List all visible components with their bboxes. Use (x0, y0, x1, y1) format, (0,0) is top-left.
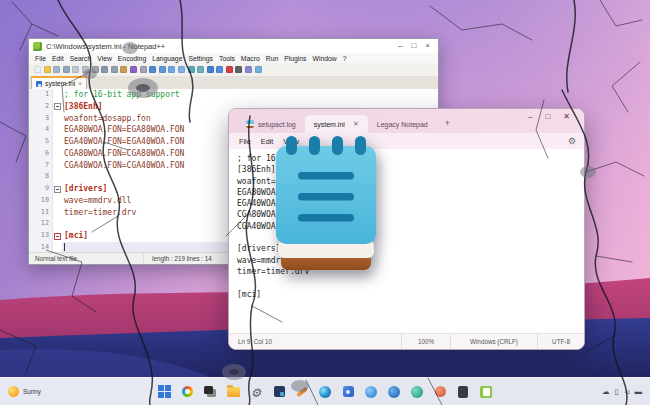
code-line[interactable]: 1 ; for 16-bit app support (29, 89, 438, 101)
search-button[interactable] (178, 380, 197, 404)
fold-marker-icon[interactable] (53, 101, 62, 113)
npp-tab-close-icon[interactable]: × (78, 80, 82, 87)
npp-menu-item[interactable]: Settings (188, 55, 213, 62)
copy-icon[interactable] (111, 66, 118, 73)
npp-titlebar[interactable]: C:\Windows\system.ini - Notepad++ – □ × (29, 39, 438, 53)
npp-tab-system-ini[interactable]: system.ini × (31, 76, 87, 89)
close-icon[interactable] (72, 66, 79, 73)
weather-label: Sunny (23, 388, 41, 395)
run-icon[interactable] (245, 66, 252, 73)
npp-menu-item[interactable]: Encoding (118, 55, 146, 62)
npp-doc-type: Normal text file (29, 253, 144, 264)
app-icon-red[interactable] (431, 380, 450, 404)
photos-icon[interactable] (339, 380, 358, 404)
save-icon[interactable] (53, 66, 60, 73)
notepad-plus-plus-taskbar-icon[interactable] (477, 380, 496, 404)
paste-icon[interactable] (120, 66, 127, 73)
start-button[interactable] (155, 380, 174, 404)
fold-marker-icon[interactable] (53, 195, 62, 207)
file-explorer-icon[interactable] (224, 380, 243, 404)
fold-marker-icon[interactable] (53, 207, 62, 219)
edge-icon[interactable] (316, 380, 335, 404)
npp-menu-item[interactable]: Language (152, 55, 182, 62)
settings-gear-icon[interactable]: ⚙ (568, 136, 576, 146)
cut-icon[interactable] (101, 66, 108, 73)
app-icon-dark[interactable] (454, 380, 473, 404)
paint-tool-icon[interactable] (293, 380, 312, 404)
fold-marker-icon[interactable] (53, 242, 62, 252)
tab-label: Legacy Notepad (377, 121, 428, 128)
undo-icon[interactable] (130, 66, 137, 73)
doc-map-icon[interactable] (188, 66, 195, 73)
npp-menu-item[interactable]: Tools (219, 55, 235, 62)
npp-menu-item[interactable]: View (97, 55, 112, 62)
replace-icon[interactable] (159, 66, 166, 73)
print-icon[interactable] (92, 66, 99, 73)
show-symbols-icon[interactable] (216, 66, 223, 73)
browser-app-icon-2[interactable] (385, 380, 404, 404)
new-tab-button[interactable]: + (437, 118, 458, 128)
fold-marker-icon[interactable] (53, 183, 62, 195)
notepad-menu-item[interactable]: Edit (261, 137, 274, 146)
notepad-minimize-button[interactable]: – (528, 112, 532, 121)
notepad-close-button[interactable]: ✕ (563, 112, 570, 121)
tab-label: setupact.log (258, 121, 296, 128)
notepad-maximize-button[interactable]: □ (545, 112, 550, 121)
line-number: 1 (29, 89, 53, 101)
zoom-in-icon[interactable] (168, 66, 175, 73)
notepad-tab-legacy-notepad[interactable]: Legacy Notepad (368, 115, 437, 133)
npp-maximize-button[interactable]: □ (411, 40, 416, 52)
npp-menu-item[interactable]: Window (313, 55, 337, 62)
new-file-icon[interactable] (34, 66, 41, 73)
browser-app-icon-3[interactable] (408, 380, 427, 404)
open-file-icon[interactable] (44, 66, 51, 73)
fold-marker-icon[interactable] (53, 160, 62, 172)
fold-marker-icon[interactable] (53, 218, 62, 230)
weather-widget[interactable]: Sunny (8, 378, 41, 405)
macro-record-icon[interactable] (226, 66, 233, 73)
fold-marker-icon[interactable] (53, 171, 62, 183)
onedrive-icon[interactable]: ☁ (602, 387, 610, 397)
zoom-out-icon[interactable] (178, 66, 185, 73)
fold-marker-icon[interactable] (53, 136, 62, 148)
device-icon[interactable]: ▯ (615, 387, 619, 397)
doc-list-icon[interactable] (197, 66, 204, 73)
fold-marker-icon[interactable] (53, 124, 62, 136)
line-number: 13 (29, 230, 53, 242)
fold-marker-icon[interactable] (53, 113, 62, 125)
word-wrap-icon[interactable] (207, 66, 214, 73)
fold-marker-icon[interactable] (53, 89, 62, 101)
fold-marker-icon[interactable] (53, 230, 62, 242)
redo-icon[interactable] (140, 66, 147, 73)
npp-menu-item[interactable]: Edit (52, 55, 64, 62)
find-icon[interactable] (149, 66, 156, 73)
npp-menu-item[interactable]: Run (266, 55, 278, 62)
encoding[interactable]: UTF-8 (537, 334, 584, 349)
npp-menu-item[interactable]: ? (343, 55, 347, 62)
line-ending[interactable]: Windows (CRLF) (450, 334, 537, 349)
npp-menu-item[interactable]: File (35, 55, 46, 62)
fold-marker-icon[interactable] (53, 148, 62, 160)
browser-app-icon-1[interactable] (362, 380, 381, 404)
close-all-icon[interactable] (82, 66, 89, 73)
npp-close-button[interactable]: × (425, 40, 430, 52)
notepad-titlebar[interactable]: setupact.log system.ini ✕ Legacy Notepad… (229, 109, 584, 133)
task-view-button[interactable] (201, 380, 220, 404)
notepad-tab-system-ini[interactable]: system.ini ✕ (305, 115, 368, 133)
npp-menu-item[interactable]: Macro (241, 55, 260, 62)
npp-minimize-button[interactable]: – (398, 40, 402, 52)
npp-menu-item[interactable]: Plugins (284, 55, 306, 62)
tab-close-icon[interactable]: ✕ (353, 120, 359, 128)
zoom-level[interactable]: 100% (401, 334, 450, 349)
code-text: [mci] (62, 230, 88, 242)
notepad-tab-setupact-log[interactable]: setupact.log (237, 115, 305, 133)
notepad-menu-item[interactable]: File (239, 137, 251, 146)
macro-play-icon[interactable] (235, 66, 242, 73)
terminal-icon[interactable] (270, 380, 289, 404)
volume-icon[interactable]: ◅ (624, 387, 630, 397)
npp-menu-item[interactable]: Search (70, 55, 92, 62)
save-all-icon[interactable] (63, 66, 70, 73)
misc-tool-icon[interactable] (255, 66, 262, 73)
settings-icon[interactable] (247, 380, 266, 404)
battery-icon[interactable]: ▬ (635, 387, 643, 397)
